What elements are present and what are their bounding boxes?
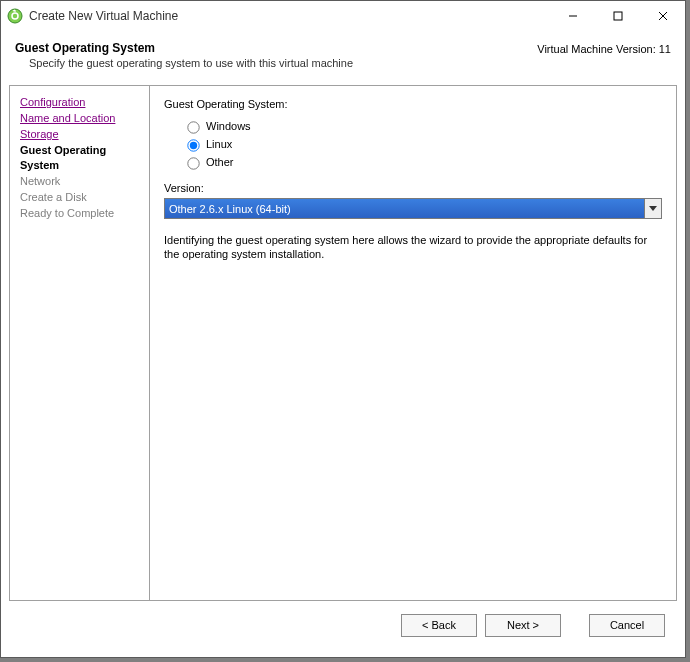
os-option-other[interactable]: Other	[182, 154, 662, 170]
os-radio-other-label: Other	[206, 156, 234, 168]
version-select-value: Other 2.6.x Linux (64-bit)	[169, 203, 644, 215]
step-guest-os: Guest Operating System	[20, 144, 106, 171]
os-radio-linux-label: Linux	[206, 138, 232, 150]
app-icon	[7, 8, 23, 24]
step-name-location[interactable]: Name and Location	[20, 112, 115, 124]
svg-rect-2	[614, 12, 622, 20]
step-create-disk: Create a Disk	[20, 191, 87, 203]
os-group-label: Guest Operating System:	[164, 98, 662, 110]
dialog-window: Create New Virtual Machine Guest Operati…	[0, 0, 686, 658]
page-subtitle: Specify the guest operating system to us…	[15, 57, 353, 69]
maximize-button[interactable]	[595, 1, 640, 31]
wizard-main: Guest Operating System: Windows Linux Ot…	[150, 86, 676, 600]
content-panel: Configuration Name and Location Storage …	[9, 85, 677, 601]
help-text: Identifying the guest operating system h…	[164, 233, 662, 261]
vm-version-label: Virtual Machine Version: 11	[537, 41, 671, 55]
step-storage[interactable]: Storage	[20, 128, 59, 140]
wizard-footer: < Back Next > Cancel	[9, 601, 677, 649]
titlebar[interactable]: Create New Virtual Machine	[1, 1, 685, 31]
wizard-body: Configuration Name and Location Storage …	[1, 77, 685, 657]
version-label: Version:	[164, 182, 662, 194]
chevron-down-icon	[644, 199, 661, 218]
os-radio-windows-label: Windows	[206, 120, 251, 132]
close-button[interactable]	[640, 1, 685, 31]
window-title: Create New Virtual Machine	[29, 9, 550, 23]
step-configuration[interactable]: Configuration	[20, 96, 85, 108]
step-ready-complete: Ready to Complete	[20, 207, 114, 219]
svg-marker-5	[649, 206, 657, 211]
next-button[interactable]: Next >	[485, 614, 561, 637]
os-radio-windows[interactable]	[187, 121, 199, 133]
back-button[interactable]: < Back	[401, 614, 477, 637]
window-controls	[550, 1, 685, 31]
wizard-steps-sidebar: Configuration Name and Location Storage …	[10, 86, 150, 600]
os-radio-linux[interactable]	[187, 139, 199, 151]
step-network: Network	[20, 175, 60, 187]
os-radio-other[interactable]	[187, 157, 199, 169]
minimize-button[interactable]	[550, 1, 595, 31]
cancel-button[interactable]: Cancel	[589, 614, 665, 637]
page-title: Guest Operating System	[15, 41, 353, 55]
os-option-linux[interactable]: Linux	[182, 136, 662, 152]
version-select[interactable]: Other 2.6.x Linux (64-bit)	[164, 198, 662, 219]
wizard-header: Guest Operating System Specify the guest…	[1, 31, 685, 77]
os-option-windows[interactable]: Windows	[182, 118, 662, 134]
